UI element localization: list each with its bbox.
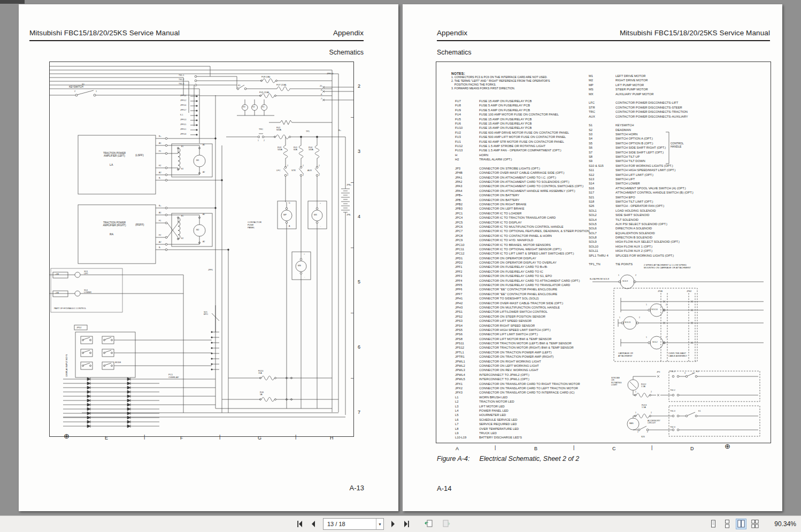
first-page-icon [295, 519, 306, 529]
previous-view-button[interactable] [423, 518, 435, 530]
next-view-icon [441, 519, 450, 528]
schematic-label: B [534, 446, 537, 451]
pdf-viewer: Mitsubishi FBC15/18/20/25KS Service Manu… [0, 0, 801, 532]
schematic-label: 5 [358, 279, 360, 284]
schematic-label: – [351, 114, 353, 120]
previous-page-icon [309, 519, 319, 529]
last-page-button[interactable] [400, 518, 412, 530]
two-page-view-icon [737, 520, 745, 528]
schematic-label: ⊕ [725, 443, 730, 451]
page-layout-controls [708, 519, 760, 529]
continuous-view-icon [723, 520, 731, 528]
next-page-button[interactable] [387, 518, 399, 530]
last-page-icon [401, 519, 412, 529]
schematic-label: | [144, 434, 145, 440]
schematic-label: | [651, 445, 652, 450]
single-page-view-button[interactable] [708, 519, 719, 529]
schematic-label: 2 [358, 83, 360, 89]
next-page-icon [388, 519, 398, 529]
grid-reference-layer: A|B|C|D⊕ [403, 4, 782, 511]
two-page-continuous-view-button[interactable] [750, 519, 760, 529]
figure-caption-label: Figure A-4: [437, 455, 469, 462]
schematic-label: – [351, 310, 353, 315]
previous-view-icon [425, 519, 434, 528]
document-page-a13: Mitsubishi FBC15/18/20/25KS Service Manu… [19, 4, 398, 511]
two-page-continuous-view-icon [751, 520, 759, 528]
view-history-group [423, 518, 451, 530]
grid-reference-layer: ⊕E|F|G|H234567––––– [19, 4, 398, 511]
page-navigation: 13 / 18 ▼ [295, 518, 451, 530]
schematic-label: – [351, 375, 353, 381]
document-page-a14: Appendix Mitsubishi FBC15/18/20/25KS Ser… [403, 4, 782, 511]
page-dropdown-arrow-icon[interactable]: ▼ [376, 519, 383, 529]
schematic-label: F [180, 435, 183, 441]
schematic-label: | [573, 445, 574, 450]
page-number: A-14 [437, 484, 451, 492]
schematic-label: G [258, 435, 261, 441]
page-number-input[interactable]: 13 / 18 ▼ [323, 518, 384, 530]
pdf-toolbar: 13 / 18 ▼ [0, 515, 801, 532]
figure-caption-text: Electrical Schematic, Sheet 2 of 2 [479, 455, 579, 462]
schematic-label: C [612, 446, 616, 451]
schematic-label: 7 [358, 410, 360, 415]
schematic-label: 6 [358, 344, 360, 350]
schematic-label: E [105, 435, 108, 441]
schematic-label: A [456, 446, 459, 451]
schematic-label: D [690, 446, 694, 451]
figure-caption: Figure A-4:Electrical Schematic, Sheet 2… [437, 455, 579, 462]
page-number: A-13 [350, 484, 364, 492]
schematic-label: | [495, 445, 496, 450]
schematic-label: | [295, 434, 296, 440]
single-page-view-icon [710, 520, 717, 528]
window-chrome-fragment [0, 0, 25, 4]
continuous-view-button[interactable] [722, 519, 733, 529]
two-page-view-button[interactable] [736, 519, 746, 529]
schematic-label: – [351, 245, 353, 250]
schematic-label: – [351, 180, 353, 185]
previous-page-button[interactable] [308, 518, 320, 530]
schematic-label: 4 [358, 214, 360, 219]
schematic-label: | [219, 434, 220, 440]
schematic-label: ⊕ [64, 433, 70, 441]
first-page-button[interactable] [295, 518, 306, 530]
next-view-button[interactable] [440, 518, 451, 530]
page-number-value: 13 / 18 [324, 521, 376, 527]
schematic-label: 3 [358, 149, 360, 154]
zoom-level: 90.34% [774, 520, 796, 528]
schematic-label: H [330, 435, 334, 441]
